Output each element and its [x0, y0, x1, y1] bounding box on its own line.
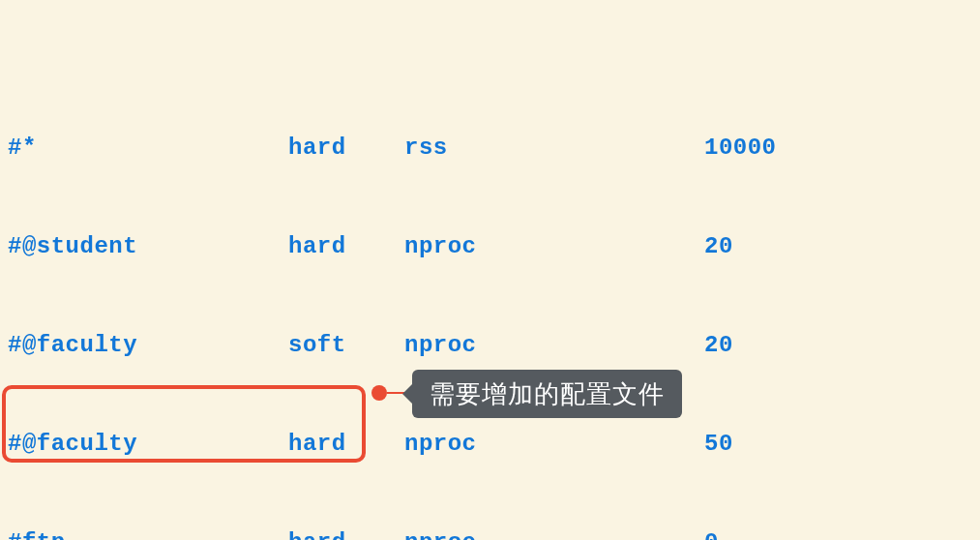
conf-line: #ftphardnproc0	[8, 526, 972, 540]
callout-connector-icon	[387, 392, 412, 394]
conf-line: #@studenthardnproc20	[8, 230, 972, 263]
conf-line: #@facultysoftnproc20	[8, 329, 972, 362]
callout-tooltip: 需要增加的配置文件	[412, 370, 682, 418]
terminal-editor[interactable]: #*hardrss10000 #@studenthardnproc20 #@fa…	[0, 0, 980, 540]
callout-dot-icon	[371, 385, 387, 401]
conf-line: #*hardrss10000	[8, 132, 972, 165]
conf-line: #@facultyhardnproc50	[8, 428, 972, 461]
